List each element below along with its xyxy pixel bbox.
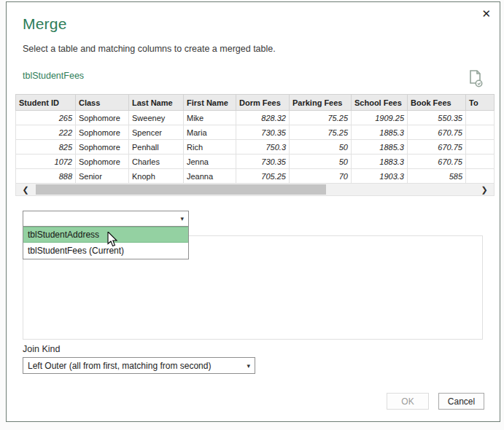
column-header: Student ID [16,95,76,111]
table-cell: Sophomore [76,111,129,125]
cancel-button[interactable]: Cancel [438,393,484,410]
table-cell: Charles [129,155,184,169]
table-cell: 585 [408,169,466,184]
table-cell: 265 [16,111,76,125]
dialog-subtitle: Select a table and matching columns to c… [23,44,276,54]
column-header: First Name [184,95,236,111]
preview-table-area: Student IDClassLast NameFirst NameDorm F… [15,94,495,196]
table-cell: Sophomore [76,125,129,140]
source-table-name: tblStudentFees [23,71,84,81]
table-cell: Spencer [129,125,184,140]
table-cell: 670.75 [408,125,466,140]
table-cell: 1909.25 [352,111,408,125]
table-cell [466,125,495,140]
column-header: To [466,95,495,111]
table-cell: 670.75 [408,155,466,169]
merge-dialog: ✕ Merge Select a table and matching colu… [6,1,500,422]
table-cell: Jeanna [184,169,236,184]
column-header: Class [76,95,129,111]
refresh-preview-icon[interactable] [467,69,484,88]
table-cell: 75.25 [290,111,352,125]
column-header: Dorm Fees [236,95,290,111]
table-cell: 705.25 [236,169,290,184]
table-row: 222SophomoreSpencerMaria730.3575.251885.… [16,125,495,140]
table-cell: Maria [184,125,236,140]
column-header: Last Name [129,95,184,111]
table-cell: Knoph [129,169,184,184]
table-cell: 75.25 [290,125,352,140]
table-row: 888SeniorKnophJeanna705.25701903.3585 [16,169,495,184]
table-cell: Sophomore [76,155,129,169]
scrollbar-thumb[interactable] [36,184,326,195]
table-cell: 50 [290,140,352,155]
table-cell: Mike [184,111,236,125]
table-cell: 70 [290,169,352,184]
table-cell: 670.75 [408,140,466,155]
mouse-cursor-icon [107,232,119,251]
table-cell: 50 [290,155,352,169]
table-cell: 825 [16,140,76,155]
dialog-title: Merge [23,15,67,33]
column-header: Parking Fees [290,95,352,111]
table-cell: Senior [76,169,129,184]
column-header: Book Fees [408,95,466,111]
join-kind-value: Left Outer (all from first, matching fro… [28,361,211,371]
table-cell: 730.35 [236,155,290,169]
table-cell: 1883.3 [352,155,408,169]
table-cell: 1885.3 [352,140,408,155]
table-cell: Penhall [129,140,184,155]
table-cell: 750.3 [236,140,290,155]
column-header: School Fees [352,95,408,111]
table-cell: 828.32 [236,111,290,125]
scroll-left-icon[interactable]: ❮ [16,184,35,195]
table-cell: 550.35 [408,111,466,125]
close-icon[interactable]: ✕ [481,8,491,19]
table-cell: 222 [16,125,76,140]
table-cell: 1072 [16,155,76,169]
horizontal-scrollbar[interactable]: ❮ ❯ [15,184,495,196]
table-cell: 888 [16,169,76,184]
table-row: 1072SophomoreCharlesJenna730.35501883.36… [16,155,495,169]
table-cell [466,169,495,184]
chevron-down-icon: ▾ [247,362,255,370]
table-cell: Sophomore [76,140,129,155]
table-cell [466,155,495,169]
table-row: 265SophomoreSweeneyMike828.3275.251909.2… [16,111,495,125]
table-row: 825SophomorePenhallRich750.3501885.3670.… [16,140,495,155]
table-select-options: tblStudentAddresstblStudentFees (Current… [23,226,189,259]
chevron-down-icon: ▾ [180,215,188,222]
table-select-dropdown[interactable]: ▾ [23,211,189,227]
table-header-row: Student IDClassLast NameFirst NameDorm F… [16,95,495,111]
table-cell: Sweeney [129,111,184,125]
table-cell: 1885.3 [352,125,408,140]
scrollbar-track[interactable] [35,184,475,195]
table-cell: 1903.3 [352,169,408,184]
source-table-preview: Student IDClassLast NameFirst NameDorm F… [15,94,495,184]
table-cell [466,111,495,125]
scroll-right-icon[interactable]: ❯ [475,184,494,195]
dropdown-option[interactable]: tblStudentAddress [23,227,188,243]
table-cell: Jenna [184,155,236,169]
table-cell: 730.35 [236,125,290,140]
table-cell: Rich [184,140,236,155]
ok-button[interactable]: OK [387,393,429,410]
join-kind-label: Join Kind [23,344,60,354]
table-cell [466,140,495,155]
dropdown-option[interactable]: tblStudentFees (Current) [23,243,188,259]
join-kind-dropdown[interactable]: Left Outer (all from first, matching fro… [23,357,255,374]
